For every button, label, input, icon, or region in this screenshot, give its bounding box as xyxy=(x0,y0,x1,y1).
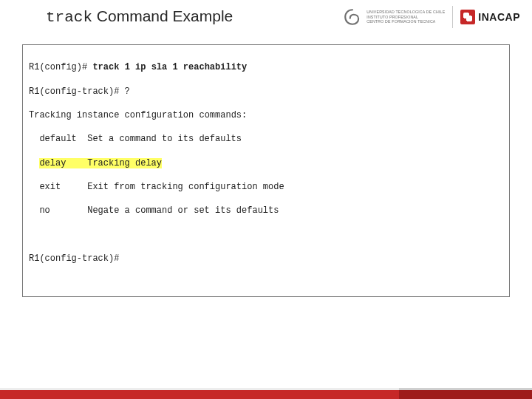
opt-kw: delay xyxy=(39,157,87,169)
opt-kw: no xyxy=(39,205,87,216)
opt-kw: default xyxy=(39,133,87,145)
term-option-delay: delayTracking delay xyxy=(29,157,503,169)
title-command: track xyxy=(46,9,92,26)
uni-line-3: CENTRO DE FORMACION TECNICA xyxy=(366,19,445,24)
header: track Command Example UNIVERSIDAD TECNOL… xyxy=(0,0,532,35)
term-final-prompt: R1(config-track)# xyxy=(29,253,503,265)
slide-title: track Command Example xyxy=(46,7,233,26)
swirl-icon xyxy=(343,7,362,27)
inacap-badge-icon xyxy=(460,10,475,24)
term-option-no: noNegate a command or set its defaults xyxy=(29,205,503,216)
opt-desc: Exit from tracking configuration mode xyxy=(87,182,284,192)
term-prompt-1: R1(config)# xyxy=(29,62,92,72)
opt-kw: exit xyxy=(39,181,87,193)
term-line-2: R1(config-track)# ? xyxy=(29,86,503,98)
uni-line-1: UNIVERSIDAD TECNOLOGICA DE CHILE xyxy=(366,10,445,15)
term-blank xyxy=(29,229,503,241)
inacap-wordmark: INACAP xyxy=(478,11,520,23)
logo-divider xyxy=(452,6,453,28)
inacap-logo: INACAP xyxy=(460,10,520,24)
term-line-1: R1(config)# track 1 ip sla 1 reachabilit… xyxy=(29,61,503,73)
term-option-default: defaultSet a command to its defaults xyxy=(29,133,503,145)
slide: track Command Example UNIVERSIDAD TECNOL… xyxy=(0,0,532,399)
opt-desc: Tracking delay xyxy=(87,158,162,168)
footer xyxy=(0,377,532,399)
term-line-3: Tracking instance configuration commands… xyxy=(29,109,503,121)
term-option-exit: exitExit from tracking configuration mod… xyxy=(29,181,503,193)
terminal-box: R1(config)# track 1 ip sla 1 reachabilit… xyxy=(22,44,510,297)
university-text: UNIVERSIDAD TECNOLOGICA DE CHILE INSTITU… xyxy=(366,10,445,24)
opt-desc: Negate a command or set its defaults xyxy=(87,205,279,216)
content-area: R1(config)# track 1 ip sla 1 reachabilit… xyxy=(0,35,532,297)
term-cmd-1: track 1 ip sla 1 reachability xyxy=(92,62,247,72)
logo-block: UNIVERSIDAD TECNOLOGICA DE CHILE INSTITU… xyxy=(343,6,520,28)
opt-desc: Set a command to its defaults xyxy=(87,134,242,144)
title-rest: Command Example xyxy=(92,7,233,24)
university-logo: UNIVERSIDAD TECNOLOGICA DE CHILE INSTITU… xyxy=(343,7,445,27)
footer-accent-dark xyxy=(399,390,532,399)
